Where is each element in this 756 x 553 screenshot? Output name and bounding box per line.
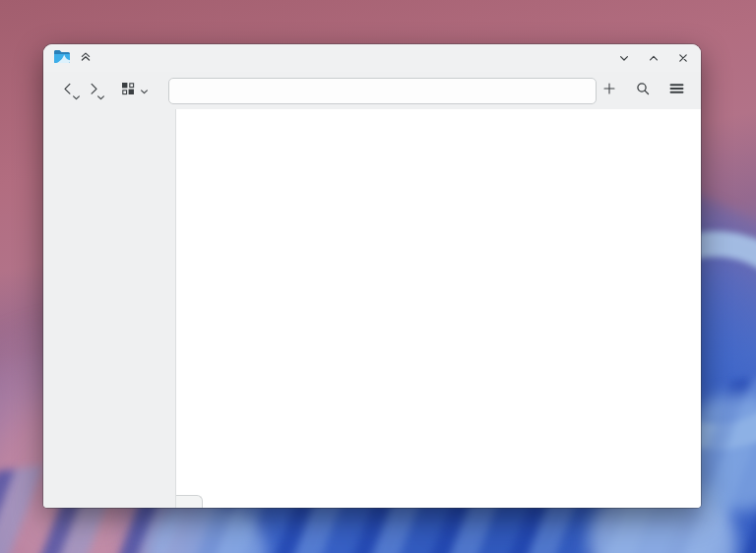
maximize-button[interactable] xyxy=(646,50,662,66)
dolphin-window xyxy=(43,44,701,508)
grid-view-icon xyxy=(120,81,136,100)
titlebar[interactable] xyxy=(43,44,701,72)
minimize-button[interactable] xyxy=(616,50,632,66)
status-bar xyxy=(176,495,203,508)
places-panel xyxy=(43,109,175,508)
toolbar xyxy=(43,72,701,109)
search-button[interactable] xyxy=(630,78,656,103)
back-button[interactable] xyxy=(55,78,81,103)
view-mode-button[interactable] xyxy=(113,78,155,103)
search-icon xyxy=(635,81,651,100)
folder-view[interactable] xyxy=(175,109,701,508)
forward-button[interactable] xyxy=(81,78,106,103)
hamburger-icon xyxy=(668,81,685,100)
breadcrumb[interactable] xyxy=(168,78,597,104)
forward-dropdown-caret-icon[interactable] xyxy=(96,88,105,105)
back-dropdown-caret-icon[interactable] xyxy=(72,88,81,105)
plus-icon xyxy=(601,81,617,100)
chevron-down-icon xyxy=(140,82,149,99)
split-add-button[interactable] xyxy=(597,78,622,103)
double-chevron-up-icon[interactable] xyxy=(78,48,94,68)
section-header-places xyxy=(43,111,175,121)
close-button[interactable] xyxy=(675,50,691,66)
dolphin-app-icon xyxy=(53,49,71,68)
menu-button[interactable] xyxy=(663,78,689,103)
